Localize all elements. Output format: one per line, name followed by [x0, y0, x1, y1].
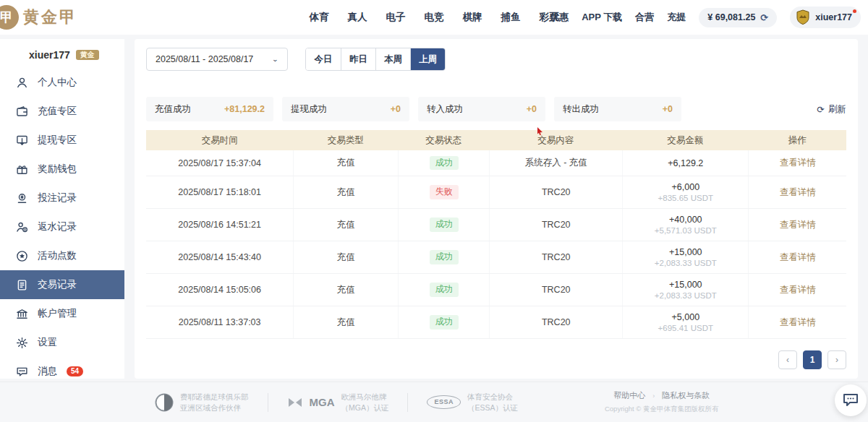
view-details-link[interactable]: 查看详情	[749, 316, 846, 329]
activity-points-icon	[16, 250, 28, 262]
footer-divider	[407, 393, 408, 412]
cell-time: 2025/08/17 15:18:01	[146, 176, 293, 208]
cell-action: 查看详情	[748, 241, 846, 273]
cell-content: TRC20	[489, 176, 622, 208]
sidebar: xiuer177 黄金 个人中心 充值专区 提现专区 奖励钱包 投注记录 返水记…	[0, 39, 124, 379]
nav-fishing[interactable]: 捕鱼	[501, 11, 521, 24]
summary-transfer-out-success: 转出成功 +0	[554, 97, 681, 121]
cell-type: 充值	[293, 306, 398, 338]
essa-logo: ESSA	[427, 395, 461, 409]
link-deposit-withdraw[interactable]: 充提	[667, 11, 686, 24]
table-row: 2025/08/14 15:05:06 充值 成功 TRC20 +15,000+…	[146, 274, 846, 306]
vip-level-badge: 黄金	[76, 50, 99, 60]
balance-refresh-icon[interactable]: ⟳	[760, 12, 768, 23]
sidebar-item-label: 设置	[38, 336, 57, 349]
privacy-terms-link[interactable]: 隐私权与条款	[662, 390, 710, 401]
cell-status: 成功	[398, 306, 489, 338]
bank-icon	[16, 308, 28, 320]
sidebar-item-settings[interactable]: 设置	[0, 328, 124, 357]
help-center-link[interactable]: 帮助中心	[613, 390, 645, 401]
cell-action: 查看详情	[748, 150, 846, 176]
link-app-download[interactable]: APP 下载	[582, 11, 622, 24]
bet-record-icon	[16, 192, 28, 204]
refresh-button[interactable]: ⟳ 刷新	[817, 103, 846, 116]
table-row: 2025/08/17 15:37:04 充值 成功 系统存入 - 充值 +6,1…	[146, 150, 846, 176]
sidebar-item-label: 个人中心	[38, 76, 77, 89]
page-next-button[interactable]: ›	[827, 350, 846, 369]
nav-live-casino[interactable]: 真人	[348, 11, 367, 24]
nav-esports[interactable]: 电竞	[425, 11, 444, 24]
sidebar-item-account-management[interactable]: 帐户管理	[0, 299, 124, 328]
col-header-amount: 交易金额	[622, 134, 748, 147]
balance-amount: ¥ 69,081.25	[707, 12, 755, 22]
period-tabs: 今日 昨日 本周 上周	[305, 48, 446, 71]
table-header-row: 交易时间 交易类型 交易状态 交易内容 交易金额 操作	[146, 130, 846, 150]
site-logo[interactable]: 甲 黄金甲	[0, 5, 77, 30]
footer-divider	[268, 393, 268, 412]
pagination: ‹ 1 ›	[146, 350, 846, 369]
partner-essa: ESSA 体育安全协会（ESSA）认证	[427, 392, 518, 413]
summary-deposit-success: 充值成功 +81,129.2	[146, 97, 273, 121]
cell-time: 2025/08/11 13:37:03	[146, 306, 293, 338]
cell-time: 2025/08/16 14:51:21	[146, 209, 293, 241]
sidebar-item-bet-records[interactable]: 投注记录	[0, 184, 124, 212]
page-1-button[interactable]: 1	[803, 350, 822, 369]
mga-brand-text: MGA	[310, 395, 335, 410]
sidebar-item-label: 交易记录	[38, 278, 77, 291]
user-menu[interactable]: xiuer177	[790, 7, 861, 28]
sidebar-user: xiuer177 黄金	[0, 45, 124, 68]
date-range-select[interactable]: 2025/08/11 - 2025/08/17 ⌄	[146, 48, 288, 71]
sidebar-item-reward-wallet[interactable]: 奖励钱包	[0, 155, 124, 184]
copyright-text: Copyright © 黄金甲体育集团版权所有	[605, 405, 718, 414]
sidebar-item-label: 活动点数	[38, 249, 77, 262]
cell-content: TRC20	[489, 274, 622, 306]
sidebar-item-withdraw[interactable]: 提现专区	[0, 126, 124, 155]
cell-amount: +40,000+5,571.03 USDT	[622, 209, 748, 241]
tab-yesterday[interactable]: 昨日	[341, 48, 375, 70]
refresh-icon: ⟳	[817, 104, 825, 115]
username-label: xiuer177	[815, 12, 852, 22]
link-affiliate[interactable]: 合营	[635, 11, 654, 24]
view-details-link[interactable]: 查看详情	[749, 219, 846, 231]
nav-slots[interactable]: 电子	[386, 11, 406, 24]
col-header-content: 交易内容	[489, 134, 622, 147]
wallet-icon	[16, 106, 28, 118]
balance-display[interactable]: ¥ 69,081.25 ⟳	[699, 8, 777, 27]
sidebar-item-transaction-records[interactable]: 交易记录	[0, 270, 124, 299]
notification-dot	[853, 9, 856, 13]
cell-amount: +15,000+2,083.33 USDT	[622, 241, 748, 273]
view-details-link[interactable]: 查看详情	[749, 157, 846, 169]
nav-sports[interactable]: 体育	[310, 11, 329, 24]
transaction-icon	[16, 279, 28, 291]
tab-today[interactable]: 今日	[306, 48, 341, 70]
mga-logo	[287, 396, 303, 409]
main-nav: 体育 真人 电子 电竞 棋牌 捕鱼 彩票	[310, 11, 559, 24]
sidebar-item-label: 投注记录	[38, 191, 77, 204]
tab-last-week[interactable]: 上周	[410, 48, 445, 70]
summary-label: 提现成功	[291, 103, 327, 116]
status-badge: 成功	[430, 250, 459, 264]
sidebar-item-activity-points[interactable]: 活动点数	[0, 241, 124, 270]
sidebar-item-personal-center[interactable]: 个人中心	[0, 68, 124, 97]
nav-lottery[interactable]: 彩票	[540, 11, 559, 24]
withdraw-icon	[16, 134, 28, 147]
summary-label: 转入成功	[427, 103, 463, 116]
nav-card-games[interactable]: 棋牌	[463, 11, 482, 24]
summary-withdraw-success: 提现成功 +0	[282, 97, 409, 121]
view-details-link[interactable]: 查看详情	[749, 251, 846, 264]
view-details-link[interactable]: 查看详情	[749, 284, 846, 296]
message-icon	[16, 366, 28, 378]
logo-emblem-icon: 甲	[0, 5, 19, 30]
cell-type: 充值	[293, 176, 398, 208]
footer-right: 帮助中心 › 隐私权与条款 Copyright © 黄金甲体育集团版权所有	[605, 390, 718, 414]
customer-service-button[interactable]	[835, 384, 867, 416]
sidebar-item-deposit[interactable]: 充值专区	[0, 97, 124, 126]
sidebar-item-rebate-records[interactable]: 返水记录	[0, 212, 124, 241]
page-prev-button[interactable]: ‹	[778, 350, 797, 369]
summary-value: +0	[527, 104, 537, 114]
cell-time: 2025/08/14 15:43:40	[146, 241, 293, 273]
tab-this-week[interactable]: 本周	[375, 48, 410, 70]
view-details-link[interactable]: 查看详情	[749, 186, 846, 199]
chevron-down-icon: ⌄	[272, 56, 278, 63]
messages-count-badge: 54	[67, 366, 83, 376]
